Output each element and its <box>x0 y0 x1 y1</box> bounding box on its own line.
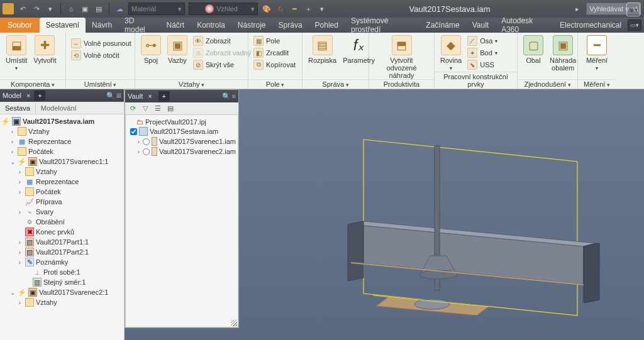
expand-icon[interactable]: › <box>16 259 23 266</box>
tab-electromech[interactable]: Electromechanical <box>553 18 628 33</box>
tree-notes[interactable]: ›✎Poznámky <box>1 257 123 267</box>
collapse-icon[interactable]: ⌄ <box>9 158 16 165</box>
qat-add-icon[interactable]: ＋ <box>303 4 313 14</box>
tab-vault[interactable]: Vault <box>466 18 495 33</box>
group-component-label[interactable]: Komponenta <box>11 80 55 88</box>
vault-list-icon[interactable]: ☰ <box>153 104 163 114</box>
tree-against[interactable]: ⟂Proti sobě:1 <box>1 267 123 277</box>
copy-button[interactable]: ⧉Kopírovat <box>252 59 297 70</box>
panel-splitter[interactable] <box>123 89 126 340</box>
qat-redo-icon[interactable]: ↷ <box>31 4 42 14</box>
mirror-button[interactable]: ◧Zrcadlit <box>252 47 297 58</box>
model-panel-close-icon[interactable]: × <box>26 92 30 99</box>
group-measure-label[interactable]: Měření <box>584 80 610 88</box>
bom-button[interactable]: ▤Rozpiska <box>306 34 338 65</box>
vault-panel-close-icon[interactable]: × <box>148 92 152 100</box>
expand-icon[interactable]: › <box>16 209 23 216</box>
qat-cloud-icon[interactable]: ☁ <box>114 4 125 14</box>
group-pattern-label[interactable]: Pole <box>266 80 285 88</box>
model-panel-search-icon[interactable]: 🔍 <box>106 92 115 100</box>
free-move-button[interactable]: ↔Volně posunout <box>70 38 133 49</box>
tree-representations[interactable]: ›▦Reprezentace <box>1 136 123 146</box>
tree-sv1-origin[interactable]: ›Počátek <box>1 187 123 197</box>
point-button[interactable]: ✦Bod ▾ <box>466 47 499 58</box>
tree-sv1-prep[interactable]: 📈Příprava <box>1 197 123 207</box>
ucs-button[interactable]: ⬊USS <box>466 59 499 70</box>
group-relations-label[interactable]: Vztahy <box>179 80 204 88</box>
tree-sv1-eof[interactable]: ✖Konec prvků <box>1 227 123 237</box>
tab-3dmodel[interactable]: 3D model <box>118 18 160 33</box>
material-combo[interactable]: Materiál ▾ <box>128 3 185 15</box>
join-button[interactable]: ⊶Spoj <box>139 34 163 65</box>
model-tree[interactable]: ⚡▣Vault2017Sestava.iam ›Vztahy ›▦Repreze… <box>0 114 124 340</box>
tab-zaciname[interactable]: Začínáme <box>419 18 465 33</box>
create-button[interactable]: ✚ Vytvořit <box>31 34 58 65</box>
qat-save-icon[interactable]: ▣ <box>80 4 90 14</box>
pattern-button[interactable]: ▦Pole <box>252 35 297 47</box>
qat-fx-icon[interactable]: fₓ <box>275 4 286 14</box>
appearance-panel-button[interactable]: ◉▾ <box>626 3 640 16</box>
expand-icon[interactable]: › <box>136 148 141 155</box>
expand-icon[interactable]: › <box>9 138 16 145</box>
tree-sv1-mach[interactable]: ⛭Obrábění <box>1 217 123 227</box>
tab-nacrt[interactable]: Náčrt <box>160 18 191 33</box>
wrap-button[interactable]: ▢Obal <box>521 34 545 65</box>
tab-pohled[interactable]: Pohled <box>309 18 345 33</box>
expand-icon[interactable]: › <box>9 128 16 135</box>
vault-panel-search-icon[interactable]: 🔍 <box>222 92 231 101</box>
vault-tree[interactable]: 🗀ProjectVault2017.ipj Vault2017Sestava.i… <box>125 115 238 159</box>
tree-same[interactable]: ▥Stejný směr:1 <box>1 277 123 287</box>
tree-sv2[interactable]: ⌄⚡▣Vault2017Svarenec2:1 <box>1 287 123 297</box>
measure-button[interactable]: ━Měření▾ <box>584 34 609 72</box>
vault-panel[interactable]: Vault × + 🔍≡ ⟳ ▽ ☰ ▤ 🗀ProjectVault2017.i… <box>125 89 239 328</box>
show-button[interactable]: 👁Zobrazit <box>192 35 252 47</box>
expand-icon[interactable]: › <box>16 189 23 195</box>
appearance-combo[interactable]: Vzhled ▾ <box>189 3 258 15</box>
model-panel-add-button[interactable]: + <box>34 90 45 101</box>
expand-icon[interactable]: › <box>16 299 23 306</box>
expand-icon[interactable]: › <box>16 168 23 175</box>
subtab-modeling[interactable]: Modelování <box>36 103 82 113</box>
qat-measure-icon[interactable]: ━ <box>289 4 299 14</box>
tab-navrh[interactable]: Návrh <box>86 18 118 33</box>
tab-a360[interactable]: Autodesk A360 <box>495 18 553 33</box>
tab-nastroje[interactable]: Nástroje <box>231 18 272 33</box>
expand-icon[interactable]: › <box>16 178 23 185</box>
tab-sestaveni[interactable]: Sestavení <box>40 18 86 33</box>
expand-icon[interactable]: › <box>9 148 16 155</box>
vault-panel-menu-icon[interactable]: ≡ <box>232 92 236 101</box>
qat-open-icon[interactable]: ▤ <box>94 4 104 14</box>
place-button[interactable]: ⬓ Umístit▾ <box>4 34 29 72</box>
hide-all-button[interactable]: ⊘Skrýt vše <box>192 59 252 70</box>
expand-icon[interactable]: › <box>16 249 23 256</box>
qat-appearance-override-icon[interactable]: 🎨 <box>262 4 272 14</box>
tree-root[interactable]: ⚡▣Vault2017Sestava.iam <box>1 116 123 126</box>
tree-sv1-repr[interactable]: ›▦Reprezentace <box>1 177 123 187</box>
vault-refresh-icon[interactable]: ⟳ <box>128 104 138 114</box>
group-manage-label[interactable]: Správa <box>322 80 348 88</box>
vault-child1-row[interactable]: ›Vault2017Svarenec1.iam <box>128 136 236 146</box>
group-position-label[interactable]: Umístění <box>84 80 117 88</box>
model-panel-menu-icon[interactable]: ≡ <box>116 90 121 101</box>
tree-sv2-rel[interactable]: ›Vztahy <box>1 297 123 307</box>
derive-button[interactable]: ⬒Vytvořit odvozené náhrady <box>373 34 430 80</box>
vault-filter-icon[interactable]: ▽ <box>140 104 150 114</box>
group-simplify-label[interactable]: Zjednodušení <box>524 80 570 88</box>
ribbon-collapse-button[interactable]: ▭▾ <box>628 19 641 31</box>
axis-button[interactable]: ／Osa ▾ <box>466 35 499 47</box>
vault-resize-handle[interactable] <box>231 320 237 326</box>
vault-assembly-row[interactable]: Vault2017Sestava.iam <box>128 126 236 136</box>
qat-undo-icon[interactable]: ↶ <box>18 4 28 14</box>
free-rotate-button[interactable]: ⟲Volně otočit <box>70 50 133 61</box>
substitute-button[interactable]: ▣Náhrada obalem <box>548 34 578 73</box>
tree-part2[interactable]: ›▧Vault2017Part2:1 <box>1 247 123 257</box>
tree-relations[interactable]: ›Vztahy <box>1 126 123 136</box>
tree-sv1-welds[interactable]: ›⍀Svary <box>1 207 123 217</box>
vault-panel-add-button[interactable]: + <box>158 91 170 101</box>
constrain-button[interactable]: ▣Vazby <box>165 34 189 65</box>
plane-button[interactable]: ◆Rovina▾ <box>438 34 464 72</box>
qat-dropdown-icon[interactable]: ▾ <box>45 4 55 14</box>
tab-sprava[interactable]: Správa <box>272 18 309 33</box>
qat-more-icon[interactable]: ▾ <box>317 4 327 14</box>
vault-props-icon[interactable]: ▤ <box>165 104 175 114</box>
